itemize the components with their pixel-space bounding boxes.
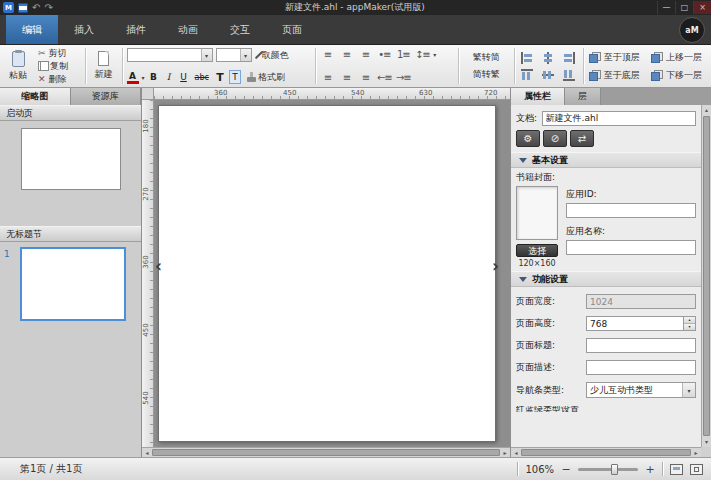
new-button[interactable]: 新建 [89,47,119,85]
font-color-button[interactable]: A [127,71,139,84]
scroll-right-icon[interactable]: ▸ [500,448,510,458]
align-objects-middle-icon[interactable] [541,69,555,81]
fit-width-icon[interactable] [670,464,683,475]
traditional-to-simplified-button[interactable]: 繁转简 [460,50,514,65]
chevron-down-icon[interactable]: ▾ [240,49,251,61]
align-objects-center-icon[interactable] [541,52,555,64]
move-up-layer-button[interactable]: 上移一层 [651,49,707,65]
app-id-input[interactable] [566,203,696,218]
scroll-left-icon[interactable]: ◂ [511,448,521,458]
basic-settings-header[interactable]: 基本设置 [511,152,701,168]
canvas-horizontal-scrollbar[interactable]: ◂ ▸ [142,447,510,457]
document-page[interactable] [158,105,496,442]
scrollbar-thumb[interactable] [521,449,691,456]
maximize-button[interactable]: □ [675,1,693,14]
chevron-down-icon[interactable]: ▾ [682,383,695,397]
prev-page-arrow[interactable]: ‹ [155,258,162,275]
align-top-text-icon[interactable]: ≡ [338,71,354,84]
tab-resources[interactable]: 资源库 [71,88,142,105]
close-button[interactable]: × [693,1,711,14]
scrollbar-thumb[interactable] [703,116,710,436]
page-title-input[interactable] [586,338,696,353]
tab-page[interactable]: 页面 [266,15,318,44]
justify-icon[interactable]: ≡ [319,71,335,84]
spin-up-icon[interactable]: ▴ [684,317,695,324]
fit-page-icon[interactable] [690,464,703,475]
app-name-input[interactable] [566,240,696,255]
spin-down-icon[interactable]: ▾ [684,324,695,330]
align-bottom-text-icon[interactable]: ≡ [357,71,373,84]
redo-icon[interactable]: ↷ [44,3,52,13]
page-1-thumbnail-selected[interactable] [20,247,126,321]
page-desc-input[interactable] [586,360,696,375]
bold-button[interactable]: B [148,70,160,84]
scroll-up-icon[interactable]: ▴ [702,105,711,115]
function-settings-header[interactable]: 功能设置 [511,271,701,287]
decrease-text-button[interactable]: T [229,70,241,84]
paste-button[interactable]: 粘贴 [2,47,34,85]
scroll-down-icon[interactable]: ▾ [702,437,711,447]
disable-tool-button[interactable]: ⊘ [543,130,567,147]
align-center-icon[interactable]: ≡ [338,48,354,61]
copy-button[interactable]: 复制 [36,60,70,72]
section-startup-page[interactable]: 启动页 [0,105,141,121]
navbar-type-select[interactable]: 少儿互动书类型 ▾ [586,382,696,398]
page-height-stepper[interactable]: ▴ ▾ [683,316,696,331]
chevron-down-icon[interactable]: ▾ [142,74,145,81]
tab-edit[interactable]: 编辑 [6,15,58,44]
chevron-down-icon[interactable]: ▾ [433,51,436,58]
panel-horizontal-scrollbar[interactable]: ◂ ▸ [511,447,701,457]
document-name-input[interactable] [542,111,696,126]
undo-icon[interactable]: ↶ [32,3,40,13]
align-objects-top-icon[interactable] [520,69,534,81]
align-left-icon[interactable]: ≡ [319,48,335,61]
align-objects-right-icon[interactable] [562,52,576,64]
outdent-icon[interactable]: ←≡ [376,71,392,84]
panel-vertical-scrollbar[interactable]: ▴ ▾ [701,105,711,447]
simplified-to-traditional-button[interactable]: 简转繁 [460,67,514,82]
align-objects-bottom-icon[interactable] [562,69,576,81]
align-objects-left-icon[interactable] [520,52,534,64]
settings-tool-button[interactable]: ⚙ [516,130,540,147]
increase-text-button[interactable]: T [214,70,226,84]
zoom-slider-handle[interactable] [611,464,618,475]
tab-properties[interactable]: 属性栏 [511,88,565,105]
cut-button[interactable]: ✂ 剪切 [36,47,70,59]
format-painter-button[interactable]: 格式刷 [244,70,288,84]
send-to-back-button[interactable]: 至于底层 [589,67,645,83]
font-size-dropdown[interactable]: ▾ [216,48,252,62]
chevron-down-icon[interactable]: ▾ [201,49,212,61]
zoom-in-button[interactable]: + [645,463,655,476]
tab-thumbnails[interactable]: 缩略图 [0,88,71,105]
indent-icon[interactable]: →≡ [395,71,411,84]
delete-button[interactable]: ✕ 删除 [36,73,70,85]
scroll-right-icon[interactable]: ▸ [691,448,701,458]
font-family-dropdown[interactable]: ▾ [127,48,213,62]
save-icon[interactable] [18,3,28,13]
pick-color-button[interactable]: 取颜色 [255,48,292,62]
zoom-out-button[interactable]: − [561,463,571,476]
minimize-button[interactable]: — [657,1,675,14]
move-down-layer-button[interactable]: 下移一层 [651,67,707,83]
underline-button[interactable]: U [178,70,190,84]
numbered-list-icon[interactable]: 1≡ [395,48,411,61]
tab-layers[interactable]: 层 [565,88,601,105]
scrollbar-thumb[interactable] [152,449,500,456]
tab-plugin[interactable]: 插件 [110,15,162,44]
tab-interaction[interactable]: 交互 [214,15,266,44]
tab-insert[interactable]: 插入 [58,15,110,44]
next-page-arrow[interactable]: › [492,258,499,275]
tab-animation[interactable]: 动画 [162,15,214,44]
bring-to-front-button[interactable]: 至于顶层 [589,49,645,65]
italic-button[interactable]: I [163,70,175,84]
strikethrough-button[interactable]: abc [193,70,211,84]
page-height-input[interactable] [586,316,683,331]
bullet-list-icon[interactable]: •≡ [376,48,392,61]
section-untitled[interactable]: 无标题节 [0,226,141,242]
zoom-slider[interactable] [578,468,638,471]
book-cover-preview[interactable] [516,186,558,240]
transition-tool-button[interactable]: ⇄ [570,130,594,147]
select-cover-button[interactable]: 选择 [516,244,558,257]
line-spacing-icon[interactable]: ↕≡ [414,48,430,61]
align-right-icon[interactable]: ≡ [357,48,373,61]
